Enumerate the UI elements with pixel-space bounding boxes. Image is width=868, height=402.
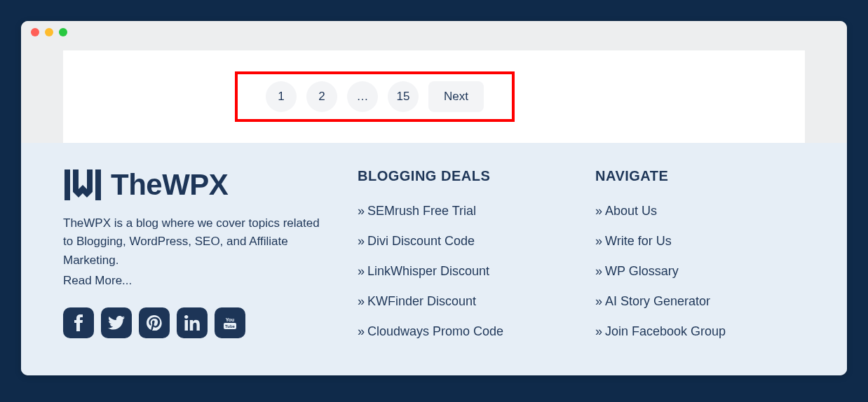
svg-marker-2 [73,169,93,197]
page-1-button[interactable]: 1 [266,81,297,112]
nav-link-1[interactable]: »Write for Us [595,234,805,249]
pinterest-link[interactable] [139,307,170,338]
deals-link-3-label: KWFinder Discount [367,294,476,308]
deals-heading: BLOGGING DEALS [358,168,567,184]
nav-link-3[interactable]: »AI Story Generator [595,294,805,309]
svg-text:You: You [226,317,235,322]
nav-link-2[interactable]: »WP Glossary [595,264,805,279]
facebook-icon [74,314,83,331]
nav-link-0[interactable]: »About Us [595,204,805,219]
page-next-button[interactable]: Next [428,81,484,112]
brand-name: TheWPX [111,168,228,202]
deals-link-0-label: SEMrush Free Trial [367,204,476,218]
page-15-button[interactable]: 15 [388,81,419,112]
twitter-link[interactable] [101,307,132,338]
page-ellipsis: … [347,81,378,112]
linkedin-link[interactable] [177,307,208,338]
deals-link-3[interactable]: »KWFinder Discount [358,294,567,309]
brand-description: TheWPX is a blog where we cover topics r… [63,214,330,270]
deals-link-4[interactable]: »Cloudways Promo Code [358,324,567,339]
brand-logo[interactable]: TheWPX [63,168,330,202]
pinterest-icon [147,315,162,331]
read-more-link[interactable]: Read More... [63,274,132,288]
deals-link-4-label: Cloudways Promo Code [367,324,503,338]
nav-link-1-label: Write for Us [605,234,672,248]
nav-link-4-label: Join Facebook Group [605,324,726,338]
window-maximize-button[interactable] [59,28,67,36]
deals-link-2-label: LinkWhisper Discount [367,264,489,278]
nav-link-3-label: AI Story Generator [605,294,710,308]
brand-mark-icon [63,168,102,202]
footer-about-column: TheWPX TheWPX is a blog where we cover t… [63,168,330,354]
browser-window: 1 2 … 15 Next TheWPX TheWPX is a blog wh… [21,21,847,375]
pagination-container: 1 2 … 15 Next [63,50,805,143]
pagination-highlight-box: 1 2 … 15 Next [235,71,515,122]
svg-text:Tube: Tube [225,324,236,328]
linkedin-icon [184,315,200,331]
navigate-heading: NAVIGATE [595,168,805,184]
window-close-button[interactable] [31,28,39,36]
deals-link-2[interactable]: »LinkWhisper Discount [358,264,567,279]
deals-link-0[interactable]: »SEMrush Free Trial [358,204,567,219]
youtube-link[interactable]: You Tube [215,307,245,338]
window-title-bar [21,21,847,43]
youtube-icon: You Tube [221,316,239,330]
footer-navigate-column: NAVIGATE »About Us »Write for Us »WP Glo… [595,168,805,354]
deals-link-1-label: Divi Discount Code [367,234,475,248]
nav-link-2-label: WP Glossary [605,264,679,278]
footer: TheWPX TheWPX is a blog where we cover t… [21,143,847,375]
nav-link-4[interactable]: »Join Facebook Group [595,324,805,339]
svg-rect-1 [95,169,101,200]
svg-rect-0 [65,169,70,200]
content-area: 1 2 … 15 Next [21,43,847,143]
footer-deals-column: BLOGGING DEALS »SEMrush Free Trial »Divi… [358,168,567,354]
social-links: You Tube [63,307,330,338]
facebook-link[interactable] [63,307,94,338]
page-2-button[interactable]: 2 [306,81,337,112]
window-minimize-button[interactable] [45,28,53,36]
nav-link-0-label: About Us [605,204,657,218]
deals-link-1[interactable]: »Divi Discount Code [358,234,567,249]
twitter-icon [108,316,125,330]
